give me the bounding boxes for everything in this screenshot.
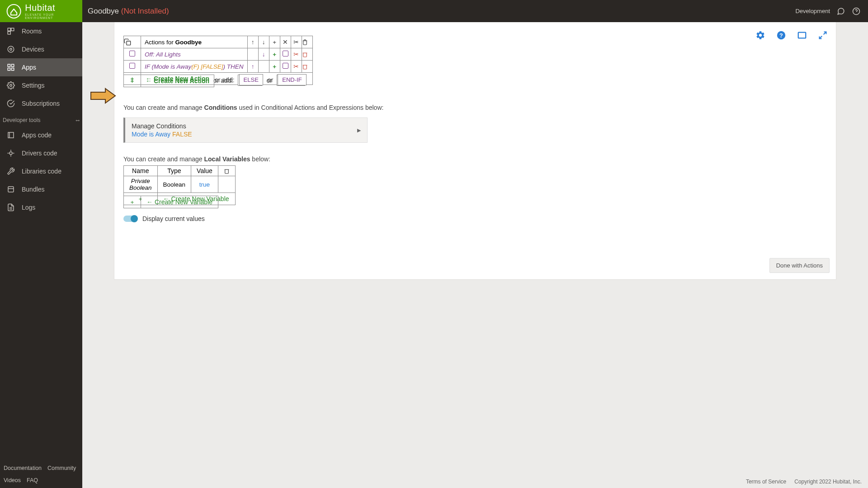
row-checkbox[interactable]: [124, 61, 141, 73]
sidebar-footer: Documentation Community Videos FAQ: [0, 461, 82, 488]
else-button[interactable]: ELSE: [239, 74, 263, 85]
var-name: Private Boolean: [124, 176, 158, 193]
rooms-icon: [6, 27, 15, 36]
terms-link[interactable]: Terms of Service: [746, 479, 786, 485]
cut-row-icon[interactable]: ✂: [291, 61, 302, 73]
action-text[interactable]: IF (Mode is Away(F) [FALSE]) THEN: [141, 61, 248, 73]
sidebar-item-apps-code[interactable]: Apps code: [0, 126, 82, 144]
logo[interactable]: Hubitat ELEVATE YOUR ENVIRONMENT: [0, 0, 82, 22]
variable-row: Private Boolean Boolean true: [124, 176, 236, 193]
col-type: Type: [157, 166, 191, 176]
svg-text:?: ?: [779, 32, 783, 39]
sidebar-item-drivers-code[interactable]: Drivers code: [0, 144, 82, 162]
sidebar-item-logs[interactable]: Logs: [0, 198, 82, 216]
move-down-icon[interactable]: ↓: [258, 48, 269, 61]
close-icon[interactable]: ✕: [280, 36, 291, 48]
expand-icon[interactable]: [818, 30, 828, 40]
svg-point-7: [8, 46, 14, 52]
svg-rect-25: [127, 41, 131, 45]
collapse-icon[interactable]: ⤢: [74, 117, 81, 124]
svg-point-0: [7, 5, 21, 18]
svg-point-6: [10, 48, 12, 51]
conditions-intro: You can create and manage Conditions use…: [123, 104, 827, 111]
add-row-icon[interactable]: +: [269, 48, 280, 61]
svg-rect-5: [8, 32, 10, 34]
sidebar-item-rooms[interactable]: Rooms: [0, 22, 82, 40]
svg-rect-10: [8, 68, 10, 70]
hubitat-logo-icon: [6, 4, 21, 19]
row-checkbox-2[interactable]: [280, 48, 291, 61]
action-row: Off: All Lights ↓ + ✂: [124, 48, 313, 61]
cut-row-icon[interactable]: ✂: [291, 48, 302, 61]
svg-rect-16: [8, 187, 14, 192]
svg-point-15: [9, 152, 12, 155]
row-checkbox[interactable]: [124, 48, 141, 61]
row-checkbox-2[interactable]: [280, 61, 291, 73]
svg-rect-9: [12, 64, 14, 66]
var-value[interactable]: true: [191, 176, 218, 193]
move-down-all-icon[interactable]: ↓: [258, 36, 269, 48]
create-new-variable-button[interactable]: ← Create New Variable: [141, 196, 218, 208]
delete-row-icon[interactable]: [302, 48, 312, 61]
copy-icon[interactable]: [124, 36, 141, 48]
add-variable-plus[interactable]: +: [124, 196, 141, 208]
svg-rect-8: [8, 64, 10, 66]
settings-icon: [6, 81, 15, 90]
svg-rect-13: [8, 132, 14, 138]
manage-conditions-box[interactable]: Manage Conditions Mode is Away FALSE ▶: [123, 117, 368, 143]
svg-rect-4: [11, 28, 14, 31]
sidebar-item-subscriptions[interactable]: Subscriptions: [0, 94, 82, 113]
legal-bar: Terms of Service Copyright 2022 Hubitat,…: [746, 475, 868, 488]
delete-row-icon[interactable]: [302, 61, 312, 73]
move-up-all-icon[interactable]: ↑: [247, 36, 258, 48]
brand-tagline: ELEVATE YOUR ENVIRONMENT: [25, 13, 82, 19]
chevron-right-icon: ▶: [357, 127, 361, 133]
apps-code-icon: [6, 131, 15, 140]
footer-community[interactable]: Community: [47, 465, 76, 471]
toggle-label: Display current values: [142, 215, 205, 222]
footer-videos[interactable]: Videos: [4, 477, 21, 483]
sidebar-item-bundles[interactable]: Bundles: [0, 180, 82, 198]
apps-icon: [6, 63, 15, 72]
help-icon[interactable]: [852, 7, 861, 16]
sidebar-item-apps[interactable]: Apps: [0, 58, 82, 76]
panel: ? Actions for Goodbye ↑ ↓ + ✕ ✂: [114, 22, 836, 280]
sidebar-item-devices[interactable]: Devices: [0, 40, 82, 58]
add-icon[interactable]: +: [269, 36, 280, 48]
gear-icon[interactable]: [755, 30, 765, 40]
trash-icon[interactable]: [302, 36, 312, 48]
var-type: Boolean: [157, 176, 191, 193]
sidebar: Rooms Devices Apps Settings Subscription…: [0, 22, 82, 488]
add-action-plus[interactable]: +: [124, 75, 141, 87]
main-content: ? Actions for Goodbye ↑ ↓ + ✕ ✂: [82, 22, 868, 488]
dev-tools-header[interactable]: Developer tools ⤢: [0, 113, 82, 126]
libraries-code-icon: [6, 167, 15, 176]
bundles-icon: [6, 185, 15, 194]
cut-icon[interactable]: ✂: [291, 36, 302, 48]
display-values-toggle-row: Display current values: [123, 215, 827, 222]
display-values-toggle[interactable]: [123, 216, 137, 222]
footer-faq[interactable]: FAQ: [27, 477, 38, 483]
svg-rect-22: [798, 33, 806, 38]
conditions-title: Manage Conditions: [132, 122, 361, 130]
footer-documentation[interactable]: Documentation: [4, 465, 42, 471]
action-text[interactable]: Off: All Lights: [141, 48, 248, 61]
add-row-icon[interactable]: +: [269, 61, 280, 73]
info-icon[interactable]: ?: [776, 30, 786, 40]
sidebar-item-settings[interactable]: Settings: [0, 76, 82, 94]
action-row: IF (Mode is Away(F) [FALSE]) THEN ↑ + ✂: [124, 61, 313, 73]
window-icon[interactable]: [797, 30, 807, 40]
move-up-icon[interactable]: ↑: [247, 61, 258, 73]
endif-button[interactable]: END-IF: [278, 74, 306, 85]
done-button[interactable]: Done with Actions: [769, 258, 830, 273]
create-new-action-button[interactable]: ← Create New Action: [141, 75, 214, 87]
col-value: Value: [191, 166, 218, 176]
callout-arrow-icon: [90, 88, 117, 104]
chat-icon[interactable]: [836, 7, 845, 16]
dev-mode-label: Development: [795, 8, 830, 14]
delete-col-icon[interactable]: [218, 166, 235, 176]
sidebar-item-libraries-code[interactable]: Libraries code: [0, 162, 82, 180]
copyright-text: Copyright 2022 Hubitat, Inc.: [794, 479, 862, 485]
logs-icon: [6, 203, 15, 212]
page-title: Goodbye (Not Installed): [88, 7, 169, 16]
